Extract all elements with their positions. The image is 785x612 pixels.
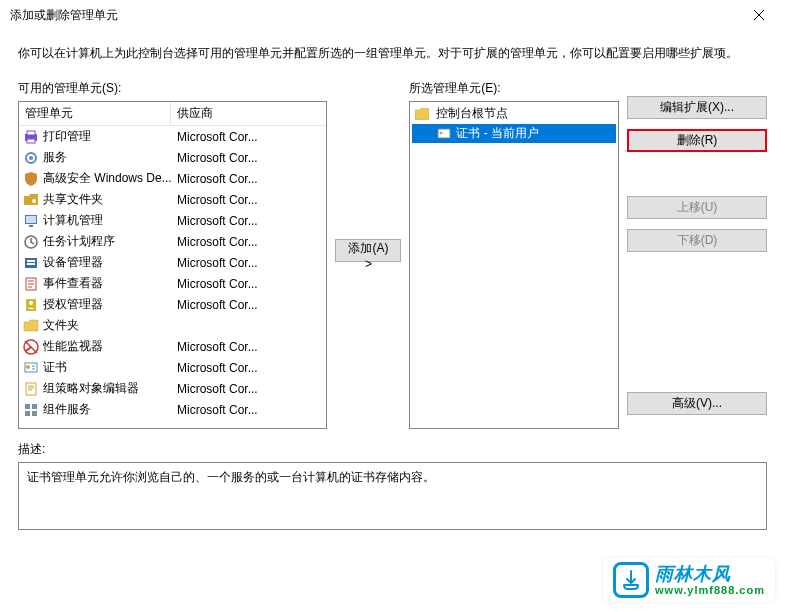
watermark: 雨林木风 www.ylmf888.com [603, 558, 775, 602]
svg-rect-22 [25, 411, 30, 416]
item-name: 证书 [43, 359, 175, 376]
description-text: 证书管理单元允许你浏览自己的、一个服务的或一台计算机的证书存储内容。 [27, 470, 435, 484]
svg-rect-11 [27, 260, 35, 262]
list-item[interactable]: 设备管理器Microsoft Cor... [19, 252, 326, 273]
selected-label: 所选管理单元(E): [409, 80, 619, 97]
move-down-button[interactable]: 下移(D) [627, 229, 767, 252]
item-name: 高级安全 Windows De... [43, 170, 175, 187]
available-snapins-list[interactable]: 管理单元 供应商 打印管理Microsoft Cor...服务Microsoft… [18, 101, 327, 429]
list-item[interactable]: 文件夹 [19, 315, 326, 336]
list-item[interactable]: 服务Microsoft Cor... [19, 147, 326, 168]
list-item[interactable]: 证书Microsoft Cor... [19, 357, 326, 378]
device-icon [23, 255, 39, 271]
move-up-button[interactable]: 上移(U) [627, 196, 767, 219]
selected-snapins-tree[interactable]: 控制台根节点 证书 - 当前用户 [409, 101, 619, 429]
tree-root[interactable]: 控制台根节点 [412, 104, 616, 123]
list-item[interactable]: 性能监视器Microsoft Cor... [19, 336, 326, 357]
item-vendor: Microsoft Cor... [175, 172, 322, 186]
watermark-brand: 雨林木风 [655, 565, 765, 583]
tree-child-label: 证书 - 当前用户 [456, 125, 539, 142]
event-icon [23, 276, 39, 292]
folder-share-icon [23, 192, 39, 208]
computer-icon [23, 213, 39, 229]
item-vendor: Microsoft Cor... [175, 130, 322, 144]
list-item[interactable]: 组件服务Microsoft Cor... [19, 399, 326, 420]
list-item[interactable]: 共享文件夹Microsoft Cor... [19, 189, 326, 210]
item-name: 组件服务 [43, 401, 175, 418]
item-vendor: Microsoft Cor... [175, 298, 322, 312]
svg-point-18 [26, 365, 30, 369]
auth-icon [23, 297, 39, 313]
list-item[interactable]: 打印管理Microsoft Cor... [19, 126, 326, 147]
list-header: 管理单元 供应商 [19, 102, 326, 126]
item-name: 设备管理器 [43, 254, 175, 271]
intro-text: 你可以在计算机上为此控制台选择可用的管理单元并配置所选的一组管理单元。对于可扩展… [18, 44, 767, 62]
close-button[interactable] [739, 1, 779, 29]
item-name: 组策略对象编辑器 [43, 380, 175, 397]
add-button[interactable]: 添加(A) > [335, 239, 401, 262]
clock-icon [23, 234, 39, 250]
svg-rect-21 [32, 404, 37, 409]
list-item[interactable]: 授权管理器Microsoft Cor... [19, 294, 326, 315]
item-name: 服务 [43, 149, 175, 166]
description-label: 描述: [18, 441, 767, 458]
tree-root-label: 控制台根节点 [436, 105, 508, 122]
available-label: 可用的管理单元(S): [18, 80, 327, 97]
svg-point-25 [440, 131, 443, 134]
item-vendor: Microsoft Cor... [175, 340, 322, 354]
gear-icon [23, 150, 39, 166]
item-vendor: Microsoft Cor... [175, 256, 322, 270]
item-vendor: Microsoft Cor... [175, 361, 322, 375]
svg-rect-19 [26, 383, 36, 395]
svg-rect-7 [26, 216, 36, 223]
close-icon [754, 10, 764, 20]
svg-rect-12 [27, 263, 35, 265]
item-vendor: Microsoft Cor... [175, 403, 322, 417]
list-item[interactable]: 任务计划程序Microsoft Cor... [19, 231, 326, 252]
item-name: 共享文件夹 [43, 191, 175, 208]
svg-point-4 [29, 156, 33, 160]
perf-icon [23, 339, 39, 355]
svg-rect-2 [27, 139, 35, 143]
description-box: 证书管理单元允许你浏览自己的、一个服务的或一台计算机的证书存储内容。 [18, 462, 767, 530]
item-vendor: Microsoft Cor... [175, 382, 322, 396]
list-item[interactable]: 高级安全 Windows De...Microsoft Cor... [19, 168, 326, 189]
svg-rect-1 [27, 131, 35, 135]
list-item[interactable]: 计算机管理Microsoft Cor... [19, 210, 326, 231]
cert-icon [436, 126, 452, 142]
titlebar: 添加或删除管理单元 [0, 0, 785, 30]
item-name: 文件夹 [43, 317, 175, 334]
header-vendor[interactable]: 供应商 [171, 102, 326, 125]
folder-icon [23, 318, 39, 334]
item-name: 授权管理器 [43, 296, 175, 313]
svg-point-5 [32, 199, 36, 203]
item-name: 计算机管理 [43, 212, 175, 229]
item-vendor: Microsoft Cor... [175, 214, 322, 228]
advanced-button[interactable]: 高级(V)... [627, 392, 767, 415]
shield-icon [23, 171, 39, 187]
svg-point-15 [29, 301, 33, 305]
svg-rect-8 [29, 225, 33, 227]
item-vendor: Microsoft Cor... [175, 151, 322, 165]
item-vendor: Microsoft Cor... [175, 277, 322, 291]
folder-icon [414, 106, 430, 122]
list-item[interactable]: 事件查看器Microsoft Cor... [19, 273, 326, 294]
svg-rect-20 [25, 404, 30, 409]
edit-extensions-button[interactable]: 编辑扩展(X)... [627, 96, 767, 119]
component-icon [23, 402, 39, 418]
tree-child-selected[interactable]: 证书 - 当前用户 [412, 124, 616, 143]
window-title: 添加或删除管理单元 [10, 7, 739, 24]
header-name[interactable]: 管理单元 [19, 102, 171, 125]
svg-rect-23 [32, 411, 37, 416]
item-name: 性能监视器 [43, 338, 175, 355]
item-vendor: Microsoft Cor... [175, 235, 322, 249]
watermark-icon [613, 562, 649, 598]
remove-button[interactable]: 删除(R) [627, 129, 767, 152]
item-name: 事件查看器 [43, 275, 175, 292]
printer-icon [23, 129, 39, 145]
watermark-url: www.ylmf888.com [655, 585, 765, 596]
item-name: 打印管理 [43, 128, 175, 145]
item-name: 任务计划程序 [43, 233, 175, 250]
cert-icon [23, 360, 39, 376]
list-item[interactable]: 组策略对象编辑器Microsoft Cor... [19, 378, 326, 399]
